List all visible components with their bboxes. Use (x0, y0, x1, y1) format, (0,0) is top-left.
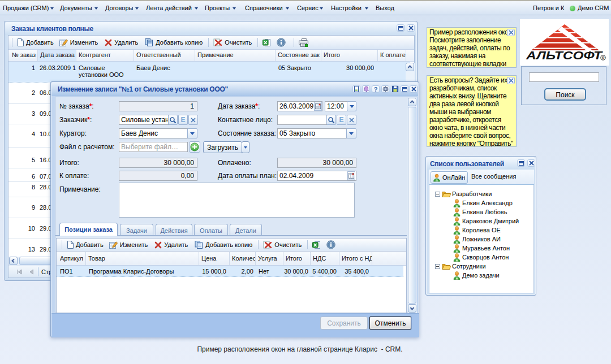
svg-text:АЛЬТСОФТ: АЛЬТСОФТ (526, 49, 603, 62)
svg-text:R: R (602, 56, 605, 60)
